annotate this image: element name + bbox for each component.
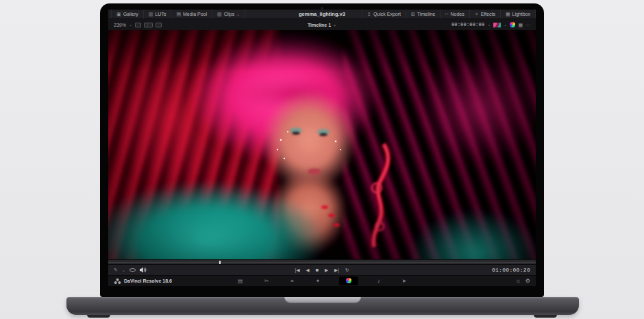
luts-label: LUTs (155, 12, 166, 16)
timeline-label: Timeline (417, 12, 435, 16)
annotate-pencil-icon[interactable]: ✎ (114, 268, 118, 272)
split-view-toggle[interactable] (144, 23, 153, 27)
timeline-selector[interactable]: Timeline 1 ⌄ (308, 23, 336, 27)
play-button[interactable]: ▶ (325, 268, 328, 273)
page-tabs: ▤ ✂ ≡ ✦ ♪ ➤ (235, 276, 409, 286)
nodes-button[interactable]: ∷ Nodes (441, 10, 470, 19)
clips-button[interactable]: ▧ Clips ⌄ (212, 10, 245, 19)
chevron-down-icon[interactable]: ⌄ (129, 23, 132, 27)
laptop-screen: ▣ Gallery ▥ LUTs ▤ Media Pool ▧ Clips (100, 3, 544, 297)
gallery-label: Gallery (123, 12, 138, 16)
fusion-page-icon[interactable]: ✦ (313, 277, 323, 285)
image-wipe-toggle[interactable] (156, 23, 162, 27)
macbook-pro-scene: ▣ Gallery ▥ LUTs ▤ Media Pool ▧ Clips (0, 0, 644, 319)
viewer-zoom-level[interactable]: 239% (114, 23, 126, 27)
timeline-icon: ⊞ (411, 12, 415, 16)
quick-export-icon: ↥ (367, 12, 371, 16)
effects-button[interactable]: ✧ Effects (470, 10, 501, 19)
viewer-zoom-controls: 239% ⌄ (114, 23, 162, 27)
stop-button[interactable]: ■ (316, 267, 319, 273)
grid-view-icon[interactable]: ▦ (518, 23, 523, 27)
lightbox-button[interactable]: ▦ Lightbox (501, 10, 536, 19)
viewer-timecode[interactable]: 00:00:00:00 (451, 22, 484, 27)
gallery-button[interactable]: ▣ Gallery (111, 10, 144, 19)
settings-gear-icon[interactable]: ⚙ (525, 278, 530, 284)
davinci-resolve-logo-icon (114, 278, 121, 285)
laptop-lid-scoop (284, 297, 361, 303)
chevron-down-icon[interactable]: ⌄ (487, 23, 491, 27)
top-toolbar: ▣ Gallery ▥ LUTs ▤ Media Pool ▧ Clips (108, 10, 536, 19)
cut-page-icon[interactable]: ✂ (262, 277, 271, 285)
lightbox-label: Lightbox (512, 12, 530, 16)
media-pool-button[interactable]: ▤ Media Pool (171, 10, 212, 19)
speaker-icon[interactable] (140, 267, 147, 273)
playhead-timecode: 01:00:00:20 (492, 267, 530, 273)
luts-button[interactable]: ▥ LUTs (144, 10, 172, 19)
laptop-base (66, 297, 579, 315)
davinci-resolve-window: ▣ Gallery ▥ LUTs ▤ Media Pool ▧ Clips (108, 10, 536, 286)
single-clip-toggle[interactable] (135, 23, 141, 27)
chevron-down-icon[interactable]: ⌄ (122, 268, 125, 272)
app-version-label: DaVinci Resolve 18.6 (124, 279, 172, 283)
toolbar-left-group: ▣ Gallery ▥ LUTs ▤ Media Pool ▧ Clips (108, 10, 245, 19)
quick-export-button[interactable]: ↥ Quick Export (362, 10, 406, 19)
video-frame (108, 30, 536, 259)
clips-icon: ▧ (217, 12, 222, 16)
viewer-header: 239% ⌄ Timeline 1 ⌄ 00:00:00:00 ⌄ ⌄ ▦ (108, 19, 536, 30)
timeline-scrubber[interactable] (108, 259, 536, 264)
timeline-button[interactable]: ⊞ Timeline (406, 10, 441, 19)
color-page-icon[interactable] (339, 276, 358, 286)
luts-icon: ▥ (149, 12, 153, 16)
viewer-tools: ✎ ⌄ (114, 267, 147, 273)
chevron-down-icon[interactable]: ⌄ (504, 23, 507, 27)
media-page-icon[interactable]: ▤ (235, 277, 245, 285)
transport-controls: |◀ ◀ ■ ▶ ▶| ↻ (295, 267, 349, 273)
play-reverse-button[interactable]: ◀ (306, 268, 310, 273)
skip-previous-button[interactable]: |◀ (295, 268, 300, 273)
chevron-down-icon: ⌄ (236, 12, 240, 16)
toolbar-right-group: ↥ Quick Export ⊞ Timeline ∷ Nodes ✧ Effe… (362, 10, 536, 19)
fairlight-page-icon[interactable]: ♪ (375, 277, 383, 285)
media-pool-icon: ▤ (176, 12, 181, 16)
media-pool-label: Media Pool (183, 12, 207, 16)
pagebar-right-controls: ⌂ ⚙ (517, 278, 530, 284)
clips-label: Clips (224, 12, 235, 16)
project-manager-home-icon[interactable]: ⌂ (517, 278, 520, 284)
unmix-icon[interactable] (129, 268, 136, 272)
page-navigation-bar: DaVinci Resolve 18.6 ▤ ✂ ≡ ✦ ♪ ➤ ⌂ ⚙ (108, 275, 536, 286)
more-options-icon[interactable]: ⋯ (525, 23, 530, 27)
project-title: gemma_lighting.v3 (299, 11, 345, 17)
app-brand: DaVinci Resolve 18.6 (114, 278, 172, 285)
chevron-down-icon: ⌄ (333, 23, 336, 27)
deliver-page-icon[interactable]: ➤ (399, 277, 409, 285)
gallery-icon: ▣ (116, 12, 121, 16)
quick-export-label: Quick Export (373, 12, 401, 16)
viewer-canvas[interactable] (108, 30, 536, 259)
effects-label: Effects (481, 12, 495, 16)
skip-next-button[interactable]: ▶| (334, 268, 339, 273)
nodes-icon: ∷ (445, 12, 448, 16)
color-wheel-icon[interactable] (510, 22, 515, 27)
transport-bar: ✎ ⌄ |◀ ◀ ■ ▶ ▶| ↻ 01:00:00:20 (108, 264, 536, 275)
lightbox-icon: ▦ (506, 12, 510, 16)
loop-button[interactable]: ↻ (345, 268, 349, 273)
effects-icon: ✧ (475, 12, 479, 16)
timeline-name: Timeline 1 (308, 23, 331, 27)
still-thumbnail-icon[interactable] (493, 23, 501, 27)
viewer-right-controls: 00:00:00:00 ⌄ ⌄ ▦ ⋯ (451, 22, 530, 27)
nodes-label: Nodes (451, 12, 465, 16)
edit-page-icon[interactable]: ≡ (288, 277, 296, 285)
